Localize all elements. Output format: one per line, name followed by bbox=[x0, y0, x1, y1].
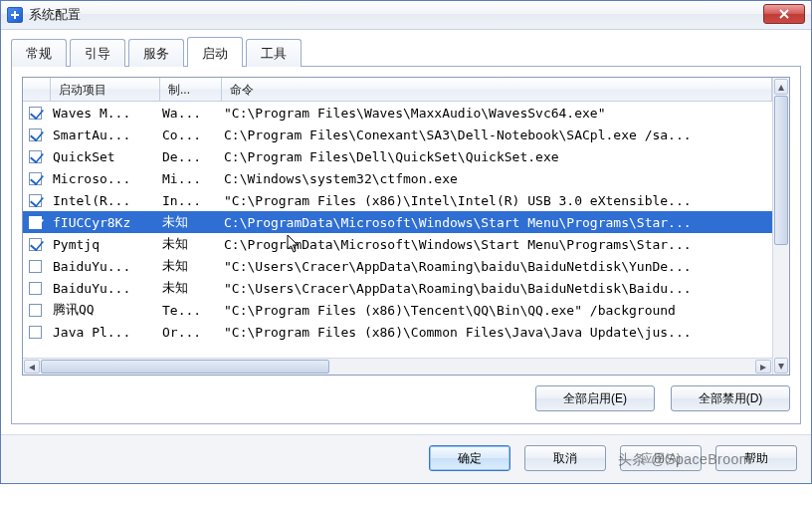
cell-item: Intel(R... bbox=[51, 193, 160, 208]
checkbox[interactable] bbox=[29, 194, 42, 207]
checkbox[interactable] bbox=[29, 128, 42, 141]
cell-item: fIUCCyr8Kz bbox=[51, 215, 160, 230]
cell-maker: Te... bbox=[160, 303, 222, 318]
list-button-row: 全部启用(E) 全部禁用(D) bbox=[22, 385, 790, 411]
hscroll-thumb[interactable] bbox=[41, 360, 329, 374]
window-title: 系统配置 bbox=[29, 6, 81, 24]
row-checkbox-cell[interactable] bbox=[23, 107, 51, 120]
table-row[interactable]: 腾讯QQTe..."C:\Program Files (x86)\Tencent… bbox=[23, 299, 772, 321]
header-maker[interactable]: 制... bbox=[160, 78, 222, 101]
dialog-button-row: 确定 取消 应用(A) 帮助 bbox=[1, 434, 811, 483]
cell-command: "C:\Users\Cracer\AppData\Roaming\baidu\B… bbox=[222, 259, 772, 274]
cell-command: "C:\Users\Cracer\AppData\Roaming\baidu\B… bbox=[222, 281, 772, 296]
checkbox[interactable] bbox=[29, 326, 42, 339]
row-checkbox-cell[interactable] bbox=[23, 128, 51, 141]
cell-maker: Mi... bbox=[160, 171, 222, 186]
rows-container: Waves M...Wa..."C:\Program Files\Waves\M… bbox=[23, 102, 772, 358]
header-item[interactable]: 启动项目 bbox=[51, 78, 160, 101]
checkbox[interactable] bbox=[29, 282, 42, 295]
cell-command: C:\Windows\system32\ctfmon.exe bbox=[222, 171, 772, 186]
cell-maker: 未知 bbox=[160, 235, 222, 253]
table-row[interactable]: Pymtjq未知C:\ProgramData\Microsoft\Windows… bbox=[23, 233, 772, 255]
table-row[interactable]: BaiduYu...未知"C:\Users\Cracer\AppData\Roa… bbox=[23, 277, 772, 299]
table-row[interactable]: SmartAu...Co...C:\Program Files\Conexant… bbox=[23, 124, 772, 145]
startup-list: 启动项目 制... 命令 Waves M...Wa..."C:\Program … bbox=[22, 77, 790, 376]
checkbox[interactable] bbox=[29, 150, 42, 163]
tab-3[interactable]: 启动 bbox=[187, 37, 243, 67]
cell-item: Waves M... bbox=[51, 106, 160, 121]
cell-command: "C:\Program Files (x86)\Common Files\Jav… bbox=[222, 325, 772, 340]
row-checkbox-cell[interactable] bbox=[23, 216, 51, 229]
scroll-left-icon[interactable]: ◂ bbox=[24, 360, 40, 374]
table-row[interactable]: Java Pl...Or..."C:\Program Files (x86)\C… bbox=[23, 321, 772, 343]
row-checkbox-cell[interactable] bbox=[23, 282, 51, 295]
cell-item: QuickSet bbox=[51, 149, 160, 164]
tab-4[interactable]: 工具 bbox=[246, 39, 302, 67]
cell-item: Java Pl... bbox=[51, 325, 160, 340]
table-row[interactable]: QuickSetDe...C:\Program Files\Dell\Quick… bbox=[23, 145, 772, 167]
row-checkbox-cell[interactable] bbox=[23, 238, 51, 251]
cell-command: C:\Program Files\Conexant\SA3\Dell-Noteb… bbox=[222, 127, 772, 142]
cell-maker: Co... bbox=[160, 127, 222, 142]
row-checkbox-cell[interactable] bbox=[23, 150, 51, 163]
cell-maker: 未知 bbox=[160, 213, 222, 231]
tab-2[interactable]: 服务 bbox=[128, 39, 184, 67]
checkbox[interactable] bbox=[29, 304, 42, 317]
cell-item: 腾讯QQ bbox=[51, 301, 160, 319]
table-row[interactable]: Waves M...Wa..."C:\Program Files\Waves\M… bbox=[23, 102, 772, 124]
scroll-down-icon[interactable]: ▾ bbox=[774, 358, 788, 374]
ok-button[interactable]: 确定 bbox=[429, 445, 510, 471]
cell-maker: De... bbox=[160, 149, 222, 164]
checkbox[interactable] bbox=[29, 260, 42, 273]
column-headers[interactable]: 启动项目 制... 命令 bbox=[23, 78, 772, 102]
vertical-scrollbar[interactable]: ▴ ▾ bbox=[772, 78, 789, 375]
checkbox[interactable] bbox=[29, 107, 42, 120]
checkbox[interactable] bbox=[29, 216, 42, 229]
close-button[interactable] bbox=[763, 4, 805, 24]
enable-all-button[interactable]: 全部启用(E) bbox=[535, 385, 655, 411]
checkbox[interactable] bbox=[29, 172, 42, 185]
horizontal-scrollbar[interactable]: ◂ ▸ bbox=[23, 358, 772, 375]
table-row[interactable]: fIUCCyr8Kz未知C:\ProgramData\Microsoft\Win… bbox=[23, 211, 772, 233]
cell-maker: 未知 bbox=[160, 279, 222, 297]
vscroll-thumb[interactable] bbox=[774, 96, 788, 245]
row-checkbox-cell[interactable] bbox=[23, 304, 51, 317]
row-checkbox-cell[interactable] bbox=[23, 194, 51, 207]
msconfig-window: 系统配置 常规引导服务启动工具 启动项目 制... 命令 Waves M...W… bbox=[0, 0, 812, 484]
cell-item: Pymtjq bbox=[51, 237, 160, 252]
table-row[interactable]: Intel(R...In..."C:\Program Files (x86)\I… bbox=[23, 189, 772, 211]
cancel-button[interactable]: 取消 bbox=[524, 445, 606, 471]
cell-item: BaiduYu... bbox=[51, 281, 160, 296]
cell-maker: 未知 bbox=[160, 257, 222, 275]
tab-0[interactable]: 常规 bbox=[11, 39, 67, 67]
app-icon bbox=[7, 7, 23, 23]
table-row[interactable]: BaiduYu...未知"C:\Users\Cracer\AppData\Roa… bbox=[23, 255, 772, 277]
tab-body-startup: 启动项目 制... 命令 Waves M...Wa..."C:\Program … bbox=[11, 66, 801, 424]
header-checkbox[interactable] bbox=[23, 78, 51, 101]
titlebar[interactable]: 系统配置 bbox=[1, 1, 811, 30]
scroll-up-icon[interactable]: ▴ bbox=[774, 79, 788, 95]
cell-command: C:\Program Files\Dell\QuickSet\QuickSet.… bbox=[222, 149, 772, 164]
scroll-right-icon[interactable]: ▸ bbox=[755, 360, 771, 374]
checkbox[interactable] bbox=[29, 238, 42, 251]
help-button[interactable]: 帮助 bbox=[715, 445, 797, 471]
row-checkbox-cell[interactable] bbox=[23, 172, 51, 185]
apply-button[interactable]: 应用(A) bbox=[620, 445, 702, 471]
cell-maker: Or... bbox=[160, 325, 222, 340]
cell-item: BaiduYu... bbox=[51, 259, 160, 274]
close-icon bbox=[779, 9, 789, 19]
cell-item: SmartAu... bbox=[51, 127, 160, 142]
header-command[interactable]: 命令 bbox=[222, 78, 772, 101]
cell-command: C:\ProgramData\Microsoft\Windows\Start M… bbox=[222, 215, 772, 230]
row-checkbox-cell[interactable] bbox=[23, 260, 51, 273]
disable-all-button[interactable]: 全部禁用(D) bbox=[671, 385, 790, 411]
cell-command: "C:\Program Files (x86)\Intel\Intel(R) U… bbox=[222, 193, 772, 208]
cell-command: "C:\Program Files\Waves\MaxxAudio\WavesS… bbox=[222, 106, 772, 121]
cell-maker: In... bbox=[160, 193, 222, 208]
tab-1[interactable]: 引导 bbox=[70, 39, 125, 67]
cell-command: "C:\Program Files (x86)\Tencent\QQ\Bin\Q… bbox=[222, 303, 772, 318]
cell-item: Microso... bbox=[51, 171, 160, 186]
tab-strip: 常规引导服务启动工具 bbox=[11, 38, 801, 66]
row-checkbox-cell[interactable] bbox=[23, 326, 51, 339]
table-row[interactable]: Microso...Mi...C:\Windows\system32\ctfmo… bbox=[23, 167, 772, 189]
